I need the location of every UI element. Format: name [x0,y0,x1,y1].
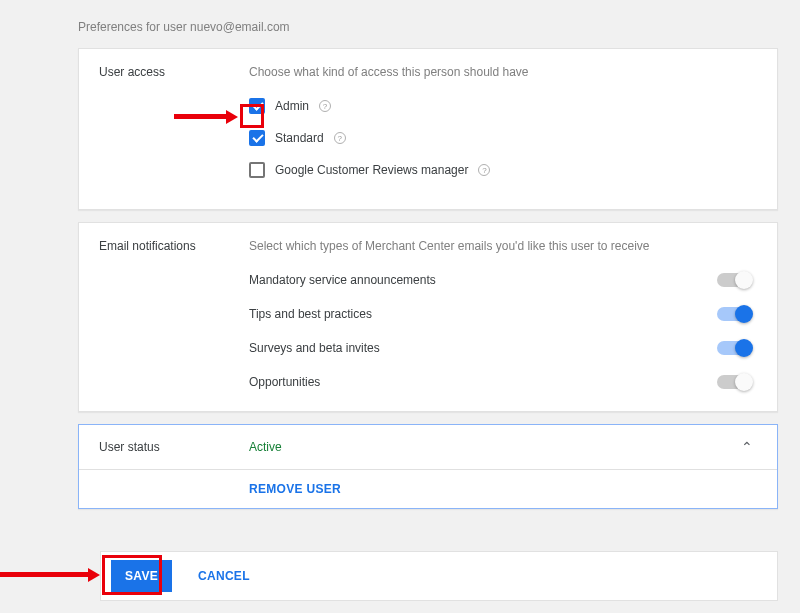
toggle-label: Mandatory service announcements [249,273,717,287]
toggle-label: Tips and best practices [249,307,717,321]
action-bar: SAVE CANCEL [100,551,778,601]
save-button[interactable]: SAVE [111,560,172,592]
toggle-mandatory-announcements[interactable] [717,273,751,287]
user-status-card: User status Active ⌃ REMOVE USER [78,424,778,509]
user-status-row[interactable]: User status Active ⌃ [79,425,777,469]
email-notifications-label: Email notifications [99,239,249,395]
toggle-label: Surveys and beta invites [249,341,717,355]
option-label: Google Customer Reviews manager [275,163,468,177]
access-option-standard: Standard ? [249,129,757,147]
help-icon[interactable]: ? [478,164,490,176]
notif-surveys: Surveys and beta invites [249,339,757,357]
user-access-label: User access [99,65,249,193]
notif-opportunities: Opportunities [249,373,757,391]
access-option-admin: Admin ? [249,97,757,115]
user-access-card: User access Choose what kind of access t… [78,48,778,210]
checkbox-reviews-manager[interactable] [249,162,265,178]
page-title: Preferences for user nuevo@email.com [0,6,800,48]
checkbox-standard[interactable] [249,130,265,146]
notif-mandatory-announcements: Mandatory service announcements [249,271,757,289]
option-label: Admin [275,99,309,113]
user-status-label: User status [99,440,249,454]
access-option-reviews-manager: Google Customer Reviews manager ? [249,161,757,179]
option-label: Standard [275,131,324,145]
toggle-surveys[interactable] [717,341,751,355]
toggle-tips[interactable] [717,307,751,321]
email-notifications-desc: Select which types of Merchant Center em… [249,239,757,253]
toggle-label: Opportunities [249,375,717,389]
notif-tips: Tips and best practices [249,305,757,323]
checkbox-admin[interactable] [249,98,265,114]
remove-user-button[interactable]: REMOVE USER [79,469,777,508]
user-status-value: Active [249,440,741,454]
help-icon[interactable]: ? [319,100,331,112]
email-notifications-card: Email notifications Select which types o… [78,222,778,412]
toggle-opportunities[interactable] [717,375,751,389]
cancel-button[interactable]: CANCEL [184,560,264,592]
user-access-desc: Choose what kind of access this person s… [249,65,757,79]
help-icon[interactable]: ? [334,132,346,144]
chevron-up-icon[interactable]: ⌃ [741,439,757,455]
